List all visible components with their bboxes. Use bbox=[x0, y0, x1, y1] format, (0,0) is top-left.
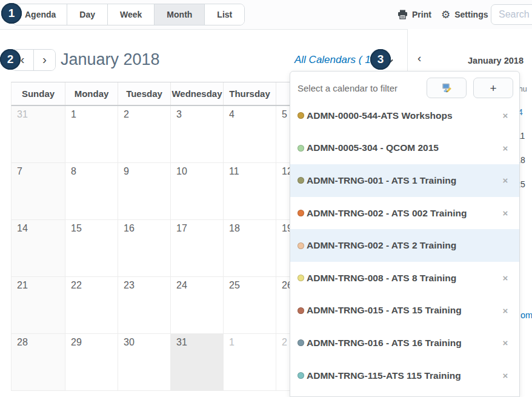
day-cell[interactable]: 16 bbox=[118, 220, 171, 277]
remove-calendar-icon[interactable]: × bbox=[501, 306, 510, 315]
day-cell[interactable]: 18 bbox=[224, 220, 276, 277]
calendar-color-dot bbox=[298, 307, 304, 314]
day-cell[interactable]: 15 bbox=[65, 220, 118, 277]
day-cell[interactable]: 2 bbox=[118, 106, 171, 163]
calendar-filter-item-label: ADMN-TRNG-115-ATS 115 Training bbox=[307, 370, 501, 381]
day-cell[interactable]: 1 bbox=[224, 334, 276, 391]
calendar-filter-item[interactable]: ADMN-TRNG-016 - ATS 16 Training× bbox=[290, 327, 519, 359]
dropdown-header: Select a calendar to filter + bbox=[290, 72, 519, 99]
calendar-color-dot bbox=[298, 210, 304, 216]
right-panel-title: January 2018 bbox=[408, 56, 532, 65]
search-input[interactable] bbox=[491, 4, 532, 25]
annotation-badge-1: 1 bbox=[1, 3, 22, 24]
tab-month[interactable]: Month bbox=[154, 4, 204, 25]
remove-calendar-icon[interactable]: × bbox=[501, 144, 510, 153]
calendar-filter-item-label: ADMN-TRNG-015 - ATS 15 Training bbox=[307, 305, 501, 316]
tab-week[interactable]: Week bbox=[107, 4, 154, 25]
edit-calendar-button[interactable] bbox=[427, 78, 467, 98]
toolbar: AgendaDayWeekMonthList Print ⚙ Settings bbox=[0, 0, 532, 30]
gear-icon: ⚙ bbox=[441, 10, 450, 20]
calendar-filter-item-label: ADMN-TRNG-016 - ATS 16 Training bbox=[307, 338, 501, 349]
calendar-filter-item[interactable]: ADMN-TRNG-001 - ATS 1 Training× bbox=[290, 164, 519, 197]
day-cell[interactable]: 7 bbox=[12, 163, 65, 220]
calendar-color-dot bbox=[298, 112, 304, 119]
chevron-right-icon: › bbox=[42, 52, 47, 67]
calendar-filter-item[interactable]: ADMN-0000-544-ATS Workshops× bbox=[290, 99, 519, 132]
remove-calendar-icon[interactable]: × bbox=[501, 176, 510, 185]
chevron-left-icon: ‹ bbox=[21, 52, 25, 67]
settings-button[interactable]: ⚙ Settings bbox=[437, 0, 491, 29]
day-cell[interactable]: 9 bbox=[118, 163, 171, 220]
day-cell[interactable]: 28 bbox=[12, 334, 65, 391]
remove-calendar-icon[interactable]: × bbox=[501, 273, 510, 282]
page-title: January 2018 bbox=[61, 50, 160, 69]
calendar-filter-item-label: ADMN-TRNG-002 - ATS 002 Training bbox=[307, 208, 501, 219]
day-cell[interactable]: 1 bbox=[65, 106, 118, 163]
calendar-color-dot bbox=[298, 275, 304, 281]
day-cell[interactable]: 23 bbox=[118, 277, 171, 334]
day-cell[interactable]: 3 bbox=[171, 106, 224, 163]
add-calendar-button[interactable]: + bbox=[473, 78, 513, 98]
calendar-filter-item-label: ADMN-TRNG-002 - ATS 2 Training bbox=[307, 240, 510, 251]
calendar-filter-item[interactable]: ADMN-TRNG-002 - ATS 2 Training bbox=[290, 229, 519, 262]
day-cell[interactable]: 31 bbox=[12, 106, 65, 163]
calendar-filter-item-label: ADMN-TRNG-001 - ATS 1 Training bbox=[307, 175, 501, 186]
day-cell[interactable]: 8 bbox=[65, 163, 118, 220]
tab-list[interactable]: List bbox=[204, 4, 244, 25]
dropdown-header-label: Select a calendar to filter bbox=[298, 83, 420, 93]
edit-calendar-icon bbox=[441, 83, 453, 93]
day-cell[interactable]: 30 bbox=[118, 334, 171, 391]
weekday-header: Tuesday bbox=[118, 82, 171, 105]
plus-icon: + bbox=[490, 82, 496, 94]
next-month-button[interactable]: › bbox=[33, 50, 55, 70]
weekday-header: Sunday bbox=[12, 82, 65, 105]
remove-calendar-icon[interactable]: × bbox=[501, 338, 510, 347]
calendar-filter-item-label: ADMN-0005-304 - QCOM 2015 bbox=[307, 142, 501, 153]
day-cell[interactable]: 4 bbox=[224, 106, 276, 163]
settings-label: Settings bbox=[454, 10, 488, 19]
calendar-filter-list: ADMN-0000-544-ATS Workshops×ADMN-0005-30… bbox=[290, 99, 519, 392]
day-cell[interactable]: 24 bbox=[171, 277, 224, 334]
weekday-header: Wednesday bbox=[171, 82, 224, 105]
calendar-filter-item[interactable]: ADMN-TRNG-015 - ATS 15 Training× bbox=[290, 295, 519, 327]
calendar-filter-label: All Calendars ( 12 ) bbox=[294, 54, 383, 66]
weekday-header: Monday bbox=[65, 82, 118, 105]
calendar-color-dot bbox=[298, 177, 304, 184]
tab-day[interactable]: Day bbox=[67, 4, 107, 25]
day-cell[interactable]: 10 bbox=[171, 163, 224, 220]
weekday-header: Thursday bbox=[224, 82, 276, 105]
print-label: Print bbox=[412, 10, 431, 19]
partial-link-text[interactable]: om bbox=[520, 310, 532, 320]
printer-icon bbox=[397, 10, 408, 19]
remove-calendar-icon[interactable]: × bbox=[501, 111, 510, 120]
remove-calendar-icon[interactable]: × bbox=[501, 209, 510, 218]
calendar-filter-item-label: ADMN-TRNG-008 - ATS 8 Training bbox=[307, 273, 501, 284]
day-cell[interactable]: 21 bbox=[12, 277, 65, 334]
day-cell[interactable]: 11 bbox=[224, 163, 276, 220]
day-cell[interactable]: 22 bbox=[65, 277, 118, 334]
calendar-filter-item-label: ADMN-0000-544-ATS Workshops bbox=[307, 110, 501, 121]
view-tabs: AgendaDayWeekMonthList bbox=[12, 4, 245, 25]
day-cell[interactable]: 17 bbox=[171, 220, 224, 277]
day-cell[interactable]: 31 bbox=[171, 334, 224, 391]
day-cell[interactable]: 14 bbox=[12, 220, 65, 277]
calendar-color-dot bbox=[298, 145, 304, 152]
remove-calendar-icon[interactable]: × bbox=[501, 371, 510, 380]
calendar-filter-item[interactable]: ADMN-0005-304 - QCOM 2015× bbox=[290, 132, 519, 165]
calendar-filter-item[interactable]: ADMN-TRNG-115-ATS 115 Training× bbox=[290, 359, 519, 392]
day-cell[interactable]: 25 bbox=[224, 277, 276, 334]
calendar-color-dot bbox=[298, 372, 304, 379]
annotation-badge-3: 3 bbox=[370, 49, 391, 70]
annotation-badge-2: 2 bbox=[0, 49, 21, 70]
calendar-color-dot bbox=[298, 339, 304, 346]
day-cell[interactable]: 29 bbox=[65, 334, 118, 391]
print-button[interactable]: Print bbox=[394, 0, 435, 29]
calendar-filter-dropdown: Select a calendar to filter + ADMN-0000-… bbox=[290, 71, 520, 397]
calendar-color-dot bbox=[298, 242, 304, 249]
calendar-filter-item[interactable]: ADMN-TRNG-008 - ATS 8 Training× bbox=[290, 262, 519, 295]
calendar-filter-item[interactable]: ADMN-TRNG-002 - ATS 002 Training× bbox=[290, 197, 519, 230]
